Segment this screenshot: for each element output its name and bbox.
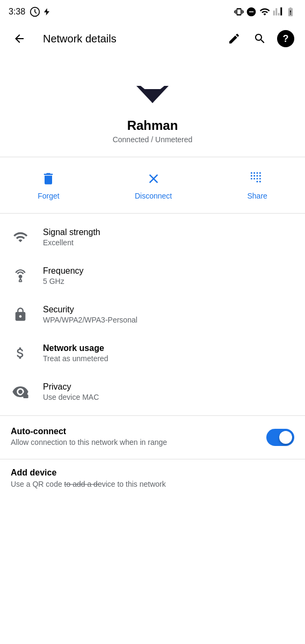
- vibrate-icon: [234, 6, 244, 17]
- toggle-thumb: [279, 431, 292, 444]
- action-row: Forget Disconnect Share: [0, 157, 305, 213]
- network-usage-item: Network usage Treat as unmetered: [0, 334, 305, 372]
- dnd-icon: [246, 6, 257, 17]
- wifi-large-icon: [133, 71, 172, 109]
- add-device-subtitle-end: vice to this network: [102, 480, 166, 488]
- detail-section: Signal strength Excellent Frequency 5 GH…: [0, 214, 305, 415]
- top-bar-actions: ?: [223, 28, 296, 49]
- share-icon: [249, 170, 266, 187]
- status-icons: [234, 6, 296, 17]
- disconnect-icon: [145, 170, 162, 187]
- flash-icon: [42, 6, 51, 17]
- forget-label: Forget: [38, 192, 59, 200]
- security-title: Security: [43, 305, 294, 314]
- network-usage-icon: [11, 343, 30, 363]
- auto-connect-toggle[interactable]: [266, 429, 294, 446]
- network-header: Rahman Connected / Unmetered: [0, 54, 305, 157]
- add-device-text: Add device Use a QR code to add a device…: [11, 468, 294, 488]
- privacy-value: Use device MAC: [43, 393, 294, 401]
- svg-marker-3: [142, 89, 163, 103]
- back-button[interactable]: [9, 28, 30, 49]
- search-icon: [253, 32, 266, 45]
- network-name: Rahman: [127, 118, 178, 133]
- frequency-icon: [11, 266, 30, 286]
- status-time: 3:38: [9, 7, 25, 17]
- frequency-value: 5 GHz: [43, 277, 294, 286]
- edit-icon: [228, 32, 241, 45]
- auto-connect-subtitle: Allow connection to this network when in…: [11, 437, 253, 448]
- wifi-status-icon: [259, 6, 271, 17]
- search-button[interactable]: [249, 28, 271, 49]
- battery-icon: [285, 6, 296, 17]
- add-device-title: Add device: [11, 468, 294, 478]
- disconnect-button[interactable]: Disconnect: [126, 166, 180, 204]
- disconnect-label: Disconnect: [135, 192, 172, 200]
- edit-button[interactable]: [223, 28, 245, 49]
- share-button[interactable]: Share: [238, 166, 275, 204]
- add-device-subtitle-normal: Use a QR code: [11, 480, 64, 488]
- network-usage-text: Network usage Treat as unmetered: [43, 343, 294, 363]
- security-item: Security WPA/WPA2/WPA3-Personal: [0, 295, 305, 334]
- drm-icon: [30, 6, 40, 17]
- signal-strength-title: Signal strength: [43, 228, 294, 237]
- top-bar: Network details ?: [0, 24, 305, 54]
- security-icon: [11, 305, 30, 324]
- status-left: 3:38: [9, 6, 51, 17]
- forget-button[interactable]: Forget: [29, 166, 68, 204]
- forget-icon: [40, 170, 57, 187]
- privacy-text: Privacy Use device MAC: [43, 382, 294, 401]
- add-device-subtitle-strike: to add a de: [64, 480, 102, 488]
- privacy-icon: [11, 382, 30, 401]
- frequency-item: Frequency 5 GHz: [0, 257, 305, 295]
- auto-connect-item: Auto-connect Allow connection to this ne…: [0, 416, 305, 459]
- signal-strength-value: Excellent: [43, 238, 294, 247]
- auto-connect-title: Auto-connect: [11, 427, 253, 436]
- signal-strength-icon: [11, 228, 30, 247]
- add-device-subtitle: Use a QR code to add a device to this ne…: [11, 480, 294, 488]
- network-usage-title: Network usage: [43, 343, 294, 353]
- status-bar: 3:38: [0, 0, 305, 24]
- page-title: Network details: [43, 33, 215, 45]
- security-value: WPA/WPA2/WPA3-Personal: [43, 316, 294, 324]
- signal-icon: [273, 6, 282, 17]
- frequency-title: Frequency: [43, 266, 294, 276]
- add-device-item: Add device Use a QR code to add a device…: [0, 459, 305, 498]
- svg-point-4: [19, 275, 23, 279]
- signal-strength-item: Signal strength Excellent: [0, 218, 305, 257]
- security-text: Security WPA/WPA2/WPA3-Personal: [43, 305, 294, 324]
- back-icon: [13, 32, 26, 45]
- network-status: Connected / Unmetered: [113, 135, 193, 144]
- help-icon: ?: [277, 30, 294, 47]
- privacy-item: Privacy Use device MAC: [0, 372, 305, 411]
- signal-strength-text: Signal strength Excellent: [43, 228, 294, 247]
- share-label: Share: [247, 192, 267, 200]
- network-usage-value: Treat as unmetered: [43, 354, 294, 363]
- auto-connect-text: Auto-connect Allow connection to this ne…: [11, 427, 253, 448]
- privacy-title: Privacy: [43, 382, 294, 392]
- frequency-text: Frequency 5 GHz: [43, 266, 294, 286]
- help-button[interactable]: ?: [275, 28, 296, 49]
